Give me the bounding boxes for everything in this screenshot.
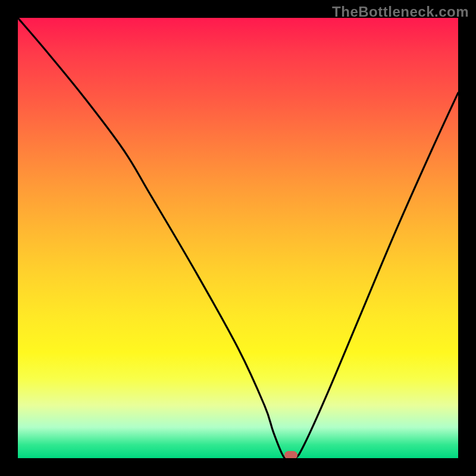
watermark-text: TheBottleneck.com (332, 4, 469, 20)
bottleneck-curve (18, 18, 458, 458)
chart-frame: TheBottleneck.com (0, 0, 476, 476)
optimum-marker (284, 451, 298, 458)
plot-area (18, 18, 458, 458)
